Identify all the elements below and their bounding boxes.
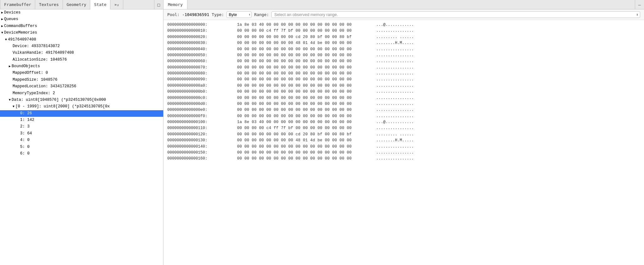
tree-item-label: VulkanHandle: 491764097408 bbox=[13, 51, 74, 55]
tree-item[interactable]: 6: 0 bbox=[0, 150, 163, 157]
tree-item-label: CommandBuffers bbox=[4, 24, 37, 28]
hex-bytes: 00 00 00 00 00 00 00 00 00 00 00 00 00 0… bbox=[237, 101, 372, 107]
hex-address: 0000000000000000: bbox=[167, 22, 233, 28]
hex-row: 00000000000000a0: 00 00 00 00 00 00 00 0… bbox=[167, 83, 640, 89]
hex-row: 00000000000000c0: 00 00 00 00 00 00 00 0… bbox=[167, 95, 640, 101]
hex-bytes: 00 00 00 00 00 00 00 00 00 00 00 00 00 0… bbox=[237, 156, 372, 162]
tree-item-label: 3: 64 bbox=[20, 131, 32, 136]
hex-bytes: 00 00 00 00 00 00 00 00 cd 20 80 bf 00 0… bbox=[237, 132, 372, 138]
hex-ascii: ................ bbox=[376, 95, 414, 101]
tree-item[interactable]: MemoryTypeIndex: 2 bbox=[0, 90, 163, 97]
range-select-wrapper: Select an observed memory range. ⬍ bbox=[271, 11, 640, 18]
tab-textures[interactable]: Textures bbox=[35, 0, 63, 9]
tab-geometry[interactable]: Geometry bbox=[63, 0, 91, 9]
tree-item-label: [0 - 1999]: uint8[2000] (*p3245130705[0x bbox=[15, 104, 110, 109]
tree-item[interactable]: [0 - 1999]: uint8[2000] (*p3245130705[0x bbox=[0, 103, 163, 110]
hex-ascii: ................ bbox=[376, 150, 414, 156]
tree-item[interactable]: Data: uint8[1048576] (*p3245130705[0x000 bbox=[0, 97, 163, 103]
hex-address: 0000000000000100: bbox=[167, 119, 233, 125]
tab-state[interactable]: State bbox=[90, 0, 110, 9]
tree-item[interactable]: AllocationSize: 1048576 bbox=[0, 57, 163, 63]
hex-address: 0000000000000090: bbox=[167, 77, 233, 83]
tree-item-label: Device: 493378143072 bbox=[13, 44, 60, 48]
tree-item[interactable]: 2: 3 bbox=[0, 123, 163, 130]
collapse-arrow-icon bbox=[5, 37, 7, 42]
hex-address: 0000000000000030: bbox=[167, 40, 233, 46]
type-label: Type: bbox=[212, 12, 224, 17]
hex-ascii: ...@............ bbox=[376, 119, 414, 125]
tree-item-label: 1: 142 bbox=[20, 118, 34, 122]
hex-row: 0000000000000150: 00 00 00 00 00 00 00 0… bbox=[167, 150, 640, 156]
tree-item[interactable]: Devices bbox=[0, 9, 163, 16]
hex-content[interactable]: 0000000000000000: 1a 8e 03 40 00 00 00 0… bbox=[164, 20, 644, 265]
expand-arrow-icon bbox=[1, 10, 3, 15]
hex-address: 00000000000000d0: bbox=[167, 101, 233, 107]
tree-item[interactable]: 491764097408 bbox=[0, 36, 163, 43]
hex-row: 0000000000000070: 00 00 00 00 00 00 00 0… bbox=[167, 65, 640, 71]
tab-memory-label: Memory bbox=[168, 2, 183, 7]
hex-bytes: 1a 8e 03 40 00 00 00 00 00 00 00 00 00 0… bbox=[237, 119, 372, 125]
tree-item-label: MappedSize: 1048576 bbox=[13, 78, 58, 82]
tab-memory[interactable]: Memory bbox=[164, 0, 187, 9]
hex-row: 0000000000000060: 00 00 00 00 00 00 00 0… bbox=[167, 58, 640, 64]
hex-row: 00000000000000f0: 00 00 00 00 00 00 00 0… bbox=[167, 113, 640, 119]
tab-overflow[interactable]: »₂ bbox=[110, 0, 123, 9]
hex-row: 0000000000000000: 1a 8e 03 40 00 00 00 0… bbox=[167, 22, 640, 28]
hex-address: 0000000000000130: bbox=[167, 138, 233, 143]
tree-item[interactable]: 3: 64 bbox=[0, 130, 163, 137]
hex-row: 00000000000000d0: 00 00 00 00 00 00 00 0… bbox=[167, 101, 640, 107]
tree-item[interactable]: VulkanHandle: 491764097408 bbox=[0, 50, 163, 56]
hex-bytes: 00 00 00 00 c4 ff 7f bf 00 00 00 00 00 0… bbox=[237, 28, 372, 34]
pool-label: Pool: bbox=[167, 12, 180, 17]
type-select[interactable]: ByteWordDWord bbox=[226, 11, 252, 18]
collapse-arrow-icon bbox=[1, 30, 3, 35]
hex-bytes: 00 00 00 00 00 00 00 00 00 00 00 00 00 0… bbox=[237, 89, 372, 95]
tree-item-label: AllocationSize: 1048576 bbox=[13, 57, 67, 62]
hex-row: 0000000000000090: 00 00 00 00 00 00 00 0… bbox=[167, 77, 640, 83]
tree-item[interactable]: BoundObjects bbox=[0, 63, 163, 70]
right-restore-button[interactable]: — bbox=[635, 0, 644, 9]
tree-item-label: 0: 26 bbox=[20, 111, 32, 116]
tree-item[interactable]: MappedLocation: 34341728256 bbox=[0, 83, 163, 90]
hex-bytes: 00 00 00 00 00 00 00 00 00 00 00 00 00 0… bbox=[237, 77, 372, 83]
hex-bytes: 00 00 00 00 00 00 00 00 00 00 00 00 00 0… bbox=[237, 113, 372, 119]
tree-item-label: 5: 0 bbox=[20, 145, 30, 149]
hex-ascii: ................ bbox=[376, 52, 414, 58]
hex-address: 0000000000000070: bbox=[167, 65, 233, 71]
tree-item[interactable]: DeviceMemories bbox=[0, 30, 163, 36]
tree-item[interactable]: Device: 493378143072 bbox=[0, 43, 163, 50]
tree-item-label: MappedOffset: 0 bbox=[13, 71, 48, 75]
hex-row: 0000000000000030: 00 00 00 00 00 00 00 0… bbox=[167, 40, 640, 46]
hex-address: 0000000000000050: bbox=[167, 52, 233, 58]
hex-row: 00000000000000e0: 00 00 00 00 00 00 00 0… bbox=[167, 107, 640, 113]
tree-item[interactable]: Queues bbox=[0, 16, 163, 23]
hex-bytes: 00 00 00 00 00 00 00 00 cd 20 80 bf 00 0… bbox=[237, 34, 372, 40]
range-select[interactable]: Select an observed memory range. bbox=[271, 11, 640, 18]
hex-bytes: 00 00 00 00 00 00 00 00 00 00 00 00 00 0… bbox=[237, 83, 372, 89]
pool-value: -1049836591 bbox=[182, 12, 209, 17]
tree-item[interactable]: MappedSize: 1048576 bbox=[0, 77, 163, 83]
hex-address: 0000000000000140: bbox=[167, 144, 233, 150]
tree-item[interactable]: CommandBuffers bbox=[0, 23, 163, 30]
hex-ascii: ................ bbox=[376, 58, 414, 64]
tree-content[interactable]: DevicesQueuesCommandBuffersDeviceMemorie… bbox=[0, 9, 163, 265]
tree-item[interactable]: 4: 0 bbox=[0, 137, 163, 143]
hex-address: 0000000000000150: bbox=[167, 150, 233, 156]
tree-item[interactable]: 5: 0 bbox=[0, 144, 163, 150]
hex-bytes: 00 00 00 00 00 00 00 00 00 00 00 00 00 0… bbox=[237, 150, 372, 156]
hex-address: 00000000000000c0: bbox=[167, 95, 233, 101]
hex-ascii: ................ bbox=[376, 101, 414, 107]
right-tab-bar: Memory — bbox=[164, 0, 644, 9]
hex-row: 0000000000000160: 00 00 00 00 00 00 00 0… bbox=[167, 156, 640, 162]
tree-item-label: 6: 0 bbox=[20, 151, 30, 156]
tree-item[interactable]: MappedOffset: 0 bbox=[0, 70, 163, 76]
hex-ascii: ................ bbox=[376, 65, 414, 71]
hex-ascii: ...@............ bbox=[376, 22, 414, 28]
left-restore-button[interactable]: □ bbox=[154, 0, 163, 9]
hex-row: 0000000000000140: 00 00 00 00 00 00 00 0… bbox=[167, 144, 640, 150]
collapse-arrow-icon bbox=[13, 104, 14, 109]
tree-item[interactable]: 0: 26 bbox=[0, 110, 163, 117]
tree-item[interactable]: 1: 142 bbox=[0, 117, 163, 123]
hex-bytes: 00 00 00 00 00 00 00 00 00 00 00 00 00 0… bbox=[237, 71, 372, 77]
tab-framebuffer[interactable]: Framebuffer bbox=[0, 0, 35, 9]
